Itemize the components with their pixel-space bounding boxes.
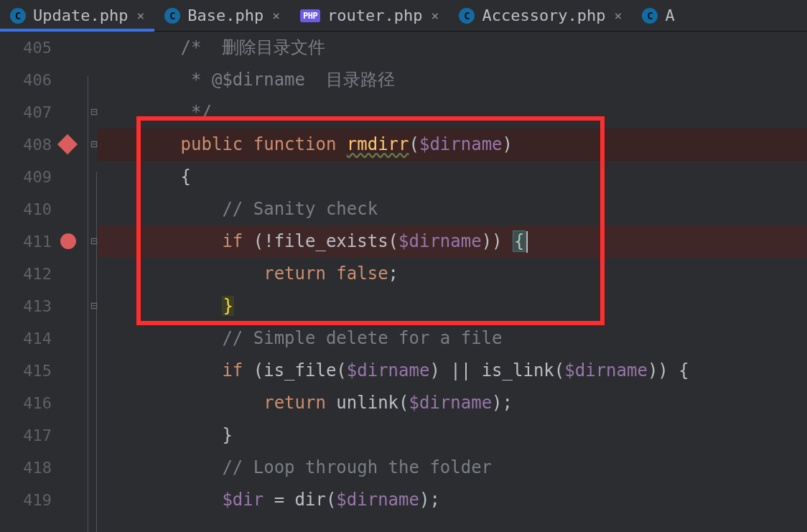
tab-extra[interactable]: C A xyxy=(632,0,684,31)
tab-update-php[interactable]: C Update.php × xyxy=(0,0,154,31)
tab-label: A xyxy=(665,6,674,24)
fold-gutter[interactable]: ⊟⊟⊟⊟ xyxy=(79,32,98,532)
tab-label: Update.php xyxy=(33,6,128,24)
close-icon[interactable]: × xyxy=(430,8,439,23)
code-editor[interactable]: 4054064074084094104114124134144154164174… xyxy=(0,32,807,532)
indent-guide xyxy=(88,76,88,532)
tab-bar: C Update.php × C Base.php × PHP router.p… xyxy=(0,0,807,32)
class-icon: C xyxy=(642,8,658,24)
code-line: /* 删除目录文件 xyxy=(98,32,807,64)
text-caret xyxy=(526,231,528,253)
close-icon[interactable]: × xyxy=(135,8,144,23)
code-line: } xyxy=(98,419,807,452)
code-line: $dir = dir($dirname); xyxy=(98,484,807,516)
tab-label: Base.php xyxy=(187,6,263,24)
code-line: public function rmdirr($dirname) xyxy=(98,129,807,161)
code-line: if (is_file($dirname) || is_link($dirnam… xyxy=(98,355,807,387)
code-line: */ xyxy=(98,96,807,129)
tab-accessory-php[interactable]: C Accessory.php × xyxy=(449,0,632,31)
breakpoint-gutter[interactable] xyxy=(57,32,79,532)
code-line: { xyxy=(98,161,807,193)
tab-label: Accessory.php xyxy=(482,6,605,24)
tab-router-php[interactable]: PHP router.php × xyxy=(290,0,449,31)
php-icon: PHP xyxy=(300,9,320,22)
line-number-gutter[interactable]: 4054064074084094104114124134144154164174… xyxy=(0,32,57,532)
tab-base-php[interactable]: C Base.php × xyxy=(154,0,290,31)
code-line: // Simple delete for a file xyxy=(98,322,807,355)
code-line: } xyxy=(98,290,807,322)
tab-label: router.php xyxy=(327,6,422,24)
class-icon: C xyxy=(459,8,475,24)
class-icon: C xyxy=(10,8,26,24)
code-line: return unlink($dirname); xyxy=(98,387,807,419)
code-line: // Sanity check xyxy=(98,193,807,225)
indent-guide xyxy=(96,172,97,532)
class-icon: C xyxy=(164,8,180,24)
code-line: // Loop through the folder xyxy=(98,452,807,484)
code-content[interactable]: /* 删除目录文件 * @$dirname 目录路径 */ public fun… xyxy=(98,32,807,532)
close-icon[interactable]: × xyxy=(613,8,622,23)
code-line: if (!file_exists($dirname)) { xyxy=(98,225,807,258)
breakpoint-diamond-icon[interactable] xyxy=(57,134,78,154)
close-icon[interactable]: × xyxy=(271,8,280,23)
breakpoint-circle-icon[interactable] xyxy=(60,233,76,249)
code-line: * @$dirname 目录路径 xyxy=(98,64,807,96)
code-line: return false; xyxy=(98,258,807,290)
